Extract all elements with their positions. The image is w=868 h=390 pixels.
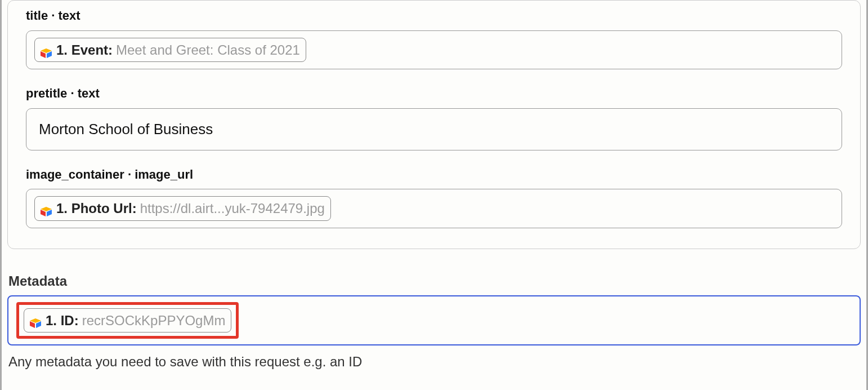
title-token-value: Meet and Greet: Class of 2021 [116, 41, 300, 60]
airtable-icon [39, 45, 53, 56]
field-image-container: image_container · image_url 1. Photo Url… [26, 166, 842, 228]
metadata-token-value: recrSOCkKpPPYOgMm [82, 311, 226, 330]
field-title: title · text 1. Event: Meet and Greet: C… [26, 7, 842, 69]
field-title-input[interactable]: 1. Event: Meet and Greet: Class of 2021 [26, 30, 842, 70]
image-token-prefix: 1. Photo Url: [56, 199, 137, 218]
page-container: title · text 1. Event: Meet and Greet: C… [0, 0, 868, 390]
metadata-highlight: 1. ID: recrSOCkKpPPYOgMm [16, 302, 239, 339]
title-token[interactable]: 1. Event: Meet and Greet: Class of 2021 [34, 38, 306, 63]
image-token[interactable]: 1. Photo Url: https://dl.airt...yuk-7942… [34, 196, 331, 221]
field-image-container-input[interactable]: 1. Photo Url: https://dl.airt...yuk-7942… [26, 189, 842, 228]
field-title-label: title · text [26, 7, 842, 25]
field-pretitle-input[interactable]: Morton School of Business [26, 108, 842, 150]
field-pretitle: pretitle · text Morton School of Busines… [26, 85, 842, 150]
airtable-icon [39, 203, 53, 214]
metadata-heading: Metadata [8, 272, 861, 291]
field-image-container-label: image_container · image_url [26, 166, 842, 184]
field-pretitle-label: pretitle · text [26, 85, 842, 103]
airtable-icon [29, 314, 42, 326]
image-token-value: https://dl.airt...yuk-7942479.jpg [140, 199, 325, 218]
fields-panel: title · text 1. Event: Meet and Greet: C… [7, 0, 861, 249]
metadata-help-text: Any metadata you need to save with this … [8, 352, 861, 371]
metadata-section: Metadata 1. ID: recrSOCkKpPPYOgMm Any me… [7, 272, 861, 371]
metadata-input[interactable]: 1. ID: recrSOCkKpPPYOgMm [7, 295, 861, 346]
pretitle-value: Morton School of Business [39, 119, 213, 139]
metadata-token[interactable]: 1. ID: recrSOCkKpPPYOgMm [24, 308, 231, 333]
title-token-prefix: 1. Event: [56, 41, 113, 60]
metadata-token-prefix: 1. ID: [46, 311, 79, 330]
